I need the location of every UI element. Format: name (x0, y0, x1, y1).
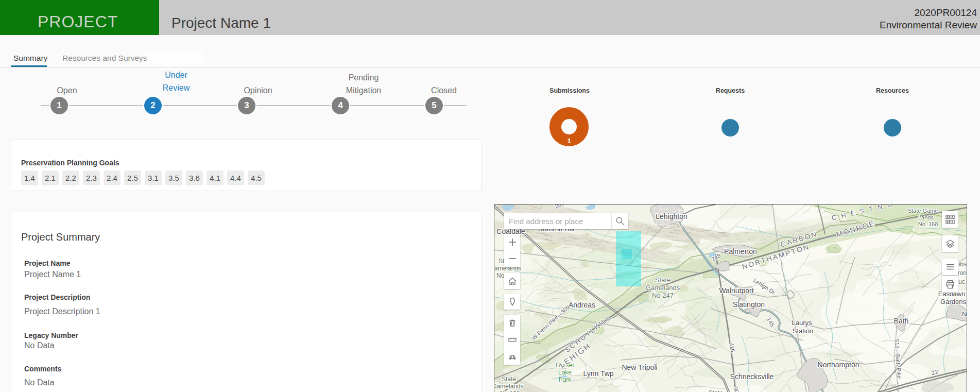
svg-text:Schnecksville: Schnecksville (730, 372, 774, 381)
svg-text:State: State (502, 376, 516, 383)
svg-text:State: State (655, 276, 670, 284)
svg-text:No. 168: No. 168 (918, 221, 938, 227)
svg-text:New Tripoli: New Tripoli (622, 363, 657, 371)
svg-text:Park: Park (559, 376, 572, 383)
svg-text:Lynn Twp: Lynn Twp (583, 369, 613, 378)
svg-text:1: 1 (567, 137, 571, 145)
svg-text:Lake: Lake (558, 369, 572, 376)
svg-text:Gamelands: Gamelands (646, 284, 680, 292)
svg-text:No: No (496, 272, 505, 279)
svg-text:State Game: State Game (908, 208, 938, 214)
svg-text:No 106: No 106 (500, 390, 520, 392)
svg-text:Lehighton: Lehighton (656, 212, 687, 220)
svg-text:Laurys: Laurys (792, 319, 812, 327)
svg-text:Northampton: Northampton (818, 361, 859, 369)
svg-text:No 247: No 247 (652, 292, 674, 299)
svg-text:Walnutport: Walnutport (719, 286, 753, 295)
svg-text:Gardens: Gardens (940, 298, 966, 305)
svg-text:Gamelands: Gamelands (494, 383, 524, 390)
svg-text:Bath: Bath (894, 317, 909, 325)
svg-text:Na: Na (962, 310, 967, 318)
svg-text:Lands: Lands (918, 214, 934, 220)
svg-text:Palmerton: Palmerton (724, 247, 757, 255)
svg-text:ron: ron (958, 269, 967, 277)
svg-text:Andreas: Andreas (569, 301, 595, 309)
svg-text:Station: Station (793, 327, 813, 335)
svg-text:State: State (709, 389, 723, 392)
svg-text:Slatington: Slatington (733, 300, 765, 309)
svg-text:476: 476 (729, 343, 736, 353)
